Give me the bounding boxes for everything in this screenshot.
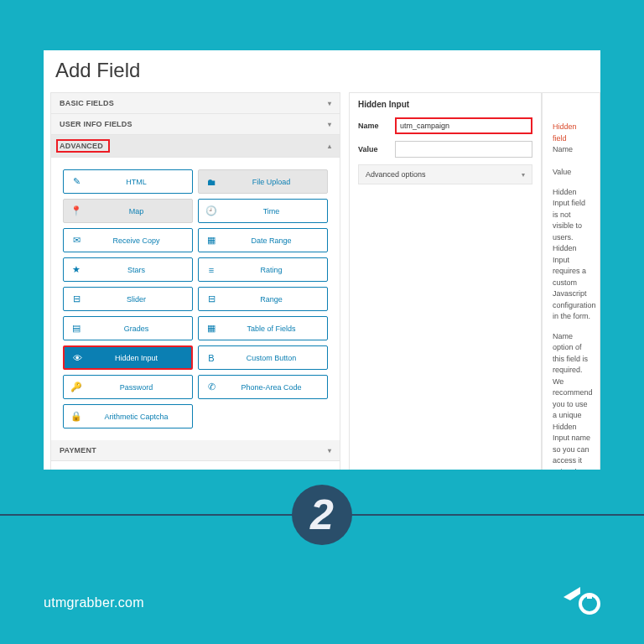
help-text: Name xyxy=(553,145,573,153)
field-type-map[interactable]: 📍Map xyxy=(63,199,193,223)
field-type-table[interactable]: ▦Table of Fields xyxy=(198,316,328,340)
accordion-advanced[interactable]: ADVANCED ▴ xyxy=(51,135,340,158)
stars-icon: ★ xyxy=(64,258,89,281)
settings-panel-title: Hidden Input xyxy=(358,100,532,109)
grades-icon: ▤ xyxy=(64,317,89,340)
accordion-label: ADVANCED xyxy=(56,139,110,153)
field-type-label: Arithmetic Captcha xyxy=(89,405,192,428)
field-type-daterange[interactable]: ▦Date Range xyxy=(198,228,328,252)
field-type-captcha[interactable]: 🔒Arithmetic Captcha xyxy=(63,404,193,428)
svg-point-2 xyxy=(587,601,592,606)
advanced-options-label: Advanced options xyxy=(366,170,426,179)
chevron-down-icon: ▾ xyxy=(522,171,525,179)
field-type-label: HTML xyxy=(89,170,192,193)
table-icon: ▦ xyxy=(199,317,224,340)
field-type-label: Phone-Area Code xyxy=(224,376,327,398)
field-type-range[interactable]: ⊟Range xyxy=(198,287,328,311)
field-type-label: Range xyxy=(224,288,327,310)
field-type-password[interactable]: 🔑Password xyxy=(63,375,193,399)
field-type-label: Password xyxy=(89,376,192,398)
field-type-phone[interactable]: ✆Phone-Area Code xyxy=(198,375,328,399)
rating-icon: ≡ xyxy=(199,258,224,281)
field-type-slider[interactable]: ⊟Slider xyxy=(63,287,193,311)
field-type-label: Map xyxy=(89,200,192,222)
value-row: Value xyxy=(358,141,532,158)
html-icon: ✎ xyxy=(64,170,89,193)
name-row: Name xyxy=(358,117,532,134)
field-type-label: Rating xyxy=(224,258,327,281)
chevron-down-icon: ▾ xyxy=(328,121,331,128)
accordion-basic-fields[interactable]: BASIC FIELDS ▾ xyxy=(51,93,340,114)
advanced-fields-grid: ✎HTML🖿File Upload📍Map🕘Time✉Receive Copy▦… xyxy=(51,158,340,440)
field-categories-panel: BASIC FIELDS ▾ USER INFO FIELDS ▾ ADVANC… xyxy=(50,92,340,470)
map-icon: 📍 xyxy=(64,200,89,222)
help-text: Value xyxy=(553,168,571,176)
chevron-down-icon: ▾ xyxy=(328,100,331,107)
receive-icon: ✉ xyxy=(64,229,89,252)
accordion-label: USER INFO FIELDS xyxy=(60,120,132,128)
footer-url: utmgrabber.com xyxy=(44,595,144,610)
step-badge: 2 xyxy=(292,485,352,545)
field-type-label: Stars xyxy=(89,258,192,281)
field-type-label: Hidden Input xyxy=(90,347,191,368)
field-type-grades[interactable]: ▤Grades xyxy=(63,316,193,340)
field-type-hidden[interactable]: 👁Hidden Input xyxy=(63,345,193,370)
slider-icon: ⊟ xyxy=(64,288,89,310)
name-label: Name xyxy=(358,122,395,130)
accordion-user-info-fields[interactable]: USER INFO FIELDS ▾ xyxy=(51,114,340,135)
modal-title: Add Field xyxy=(44,50,600,92)
field-type-time[interactable]: 🕘Time xyxy=(198,199,328,223)
field-type-label: Time xyxy=(224,200,327,222)
field-type-label: Slider xyxy=(89,288,192,310)
range-icon: ⊟ xyxy=(199,288,224,310)
field-type-label: File Upload xyxy=(224,170,327,193)
accordion-label: BASIC FIELDS xyxy=(60,99,114,107)
phone-icon: ✆ xyxy=(199,376,224,398)
help-warn: Hidden field xyxy=(553,122,577,143)
accordion-label: PAYMENT xyxy=(60,446,96,454)
step-number: 2 xyxy=(310,494,334,536)
field-type-receive[interactable]: ✉Receive Copy xyxy=(63,228,193,252)
add-field-modal: Add Field BASIC FIELDS ▾ USER INFO FIELD… xyxy=(44,50,600,470)
chevron-down-icon: ▾ xyxy=(328,447,331,454)
custombtn-icon: B xyxy=(199,346,224,369)
field-settings-panel: Hidden Input Name Value Advanced options… xyxy=(349,92,542,470)
file-icon: 🖿 xyxy=(199,170,224,193)
name-input[interactable] xyxy=(395,117,532,134)
value-label: Value xyxy=(358,145,395,153)
field-type-label: Table of Fields xyxy=(224,317,327,340)
field-type-label: Date Range xyxy=(224,229,327,252)
field-type-stars[interactable]: ★Stars xyxy=(63,257,193,282)
brand-logo xyxy=(562,582,600,615)
svg-rect-1 xyxy=(587,594,592,599)
daterange-icon: ▦ xyxy=(199,229,224,252)
advanced-options-toggle[interactable]: Advanced options ▾ xyxy=(358,164,532,184)
field-type-file[interactable]: 🖿File Upload xyxy=(198,169,328,194)
chevron-up-icon: ▴ xyxy=(328,143,331,150)
help-paragraph: Name option of this field is required. W… xyxy=(553,331,591,470)
captcha-icon: 🔒 xyxy=(64,405,89,428)
time-icon: 🕘 xyxy=(199,200,224,222)
field-type-label: Custom Button xyxy=(224,346,327,369)
help-panel: Hidden field Name Value Hidden Input fie… xyxy=(542,92,600,470)
hidden-icon: 👁 xyxy=(65,347,90,368)
field-type-label: Receive Copy xyxy=(89,229,192,252)
field-type-label: Grades xyxy=(89,317,192,340)
field-type-custombtn[interactable]: BCustom Button xyxy=(198,345,328,370)
password-icon: 🔑 xyxy=(64,376,89,398)
field-type-rating[interactable]: ≡Rating xyxy=(198,257,328,282)
field-type-html[interactable]: ✎HTML xyxy=(63,169,193,194)
accordion-payment[interactable]: PAYMENT ▾ xyxy=(51,440,340,461)
help-paragraph: Hidden Input field is not visible to use… xyxy=(553,187,591,323)
value-input[interactable] xyxy=(395,141,532,158)
